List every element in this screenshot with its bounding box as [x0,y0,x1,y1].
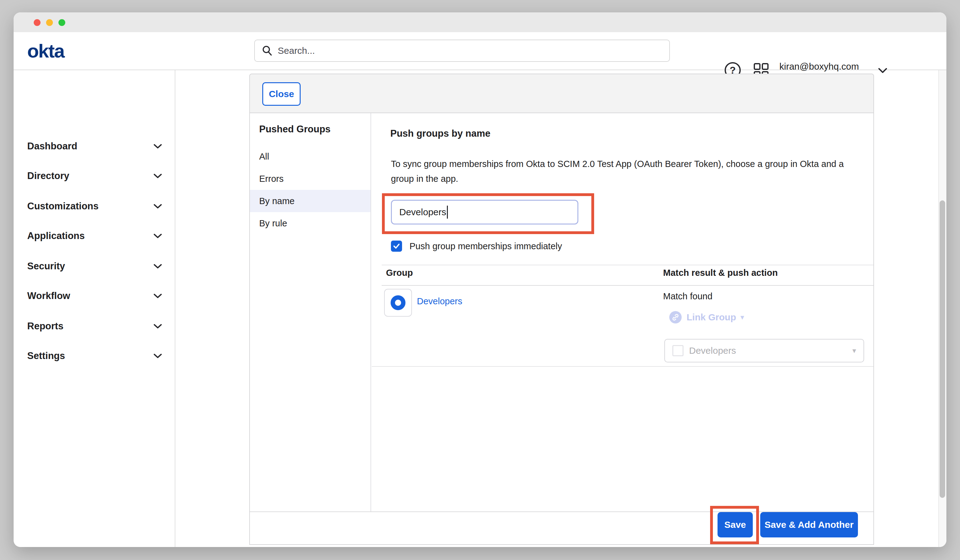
push-immediately-label: Push group memberships immediately [410,241,562,251]
scrollbar-track[interactable] [938,70,946,547]
chevron-down-icon [153,353,162,359]
window-titlebar [14,12,946,32]
close-dialog-button[interactable]: Close [262,82,301,106]
chevron-down-icon [153,323,162,329]
chevron-down-icon [153,263,162,269]
sidebar-item-customizations[interactable]: Customizations [27,199,162,214]
search-icon [262,45,273,56]
link-icon [669,311,682,323]
dialog-body: Pushed Groups All Errors By name By rule… [249,113,874,545]
chevron-down-icon [153,143,162,149]
sidebar-item-workflow[interactable]: Workflow [27,288,162,303]
sidebar-item-reports[interactable]: Reports [27,319,162,334]
app-header: okta ? kiran@boxyhq.com okta-dev-20901 [14,32,946,70]
sidebar-item-label: Reports [27,321,63,332]
text-cursor [447,206,448,219]
pushed-groups-title: Pushed Groups [259,124,331,135]
group-name-link[interactable]: Developers [417,296,462,306]
group-name-input[interactable]: Developers [391,200,578,224]
sidebar: Dashboard Directory Customizations Appli… [14,70,175,547]
app-window: okta ? kiran@boxyhq.com okta-dev-20901 [14,12,946,547]
table-row-border [372,366,874,367]
sidebar-item-label: Dashboard [27,141,77,152]
maximize-button[interactable] [58,19,65,26]
save-button[interactable]: Save [718,512,753,538]
sidebar-item-dashboard[interactable]: Dashboard [27,139,162,154]
table-top-border [382,265,874,265]
screen: okta ? kiran@boxyhq.com okta-dev-20901 [0,0,960,560]
account-email: kiran@boxyhq.com [779,61,872,72]
column-header-group: Group [386,268,413,278]
push-groups-dialog: Close Pushed Groups All Errors By name B… [249,74,874,545]
push-immediately-checkbox[interactable] [391,241,402,252]
chevron-down-icon [153,173,162,179]
search-box[interactable] [254,40,670,62]
sidebar-item-label: Customizations [27,201,99,212]
match-result-text: Match found [663,291,713,301]
group-name-input-value: Developers [399,207,446,218]
dropdown-arrow-icon: ▾ [852,346,856,355]
description-text: To sync group memberships from Okta to S… [391,157,855,186]
sidebar-item-label: Applications [27,230,85,242]
app-group-select[interactable]: Developers ▾ [664,339,864,362]
sidebar-item-label: Security [27,261,65,272]
check-icon [393,242,400,250]
push-immediately-row: Push group memberships immediately [391,241,562,252]
close-button[interactable] [34,19,40,26]
link-group-button[interactable]: Link Group ▾ [669,311,744,323]
chevron-down-icon [153,233,162,239]
sidebar-item-applications[interactable]: Applications [27,229,162,243]
scrollbar-thumb[interactable] [939,200,945,498]
minimize-button[interactable] [46,19,53,26]
search-input[interactable] [278,45,662,56]
dropdown-arrow-icon: ▾ [741,313,744,322]
sidebar-item-label: Settings [27,350,65,362]
group-logo-icon [390,295,405,310]
chevron-down-icon [153,293,162,299]
chevron-down-icon[interactable] [877,67,888,74]
nav-item-by-rule[interactable]: By rule [250,212,371,234]
sidebar-item-settings[interactable]: Settings [27,349,162,363]
nav-item-errors[interactable]: Errors [250,168,371,190]
page-title: Push groups by name [390,128,491,139]
nav-item-all[interactable]: All [250,146,371,168]
select-checkbox-icon [672,345,683,356]
okta-logo[interactable]: okta [27,40,64,62]
chevron-down-icon [153,203,162,210]
sidebar-item-directory[interactable]: Directory [27,168,162,183]
sidebar-item-label: Directory [27,170,69,181]
nav-item-by-name[interactable]: By name [250,190,371,212]
app-group-select-value: Developers [689,346,852,356]
dialog-header: Close [249,74,874,113]
pushed-groups-nav: Pushed Groups All Errors By name By rule [250,113,371,512]
link-group-label: Link Group [686,312,736,323]
okta-group-icon [384,289,412,317]
table-header-border [382,285,874,286]
sidebar-item-label: Workflow [27,290,70,301]
sidebar-item-security[interactable]: Security [27,259,162,274]
save-add-another-button[interactable]: Save & Add Another [760,512,858,538]
column-header-match: Match result & push action [663,268,778,278]
